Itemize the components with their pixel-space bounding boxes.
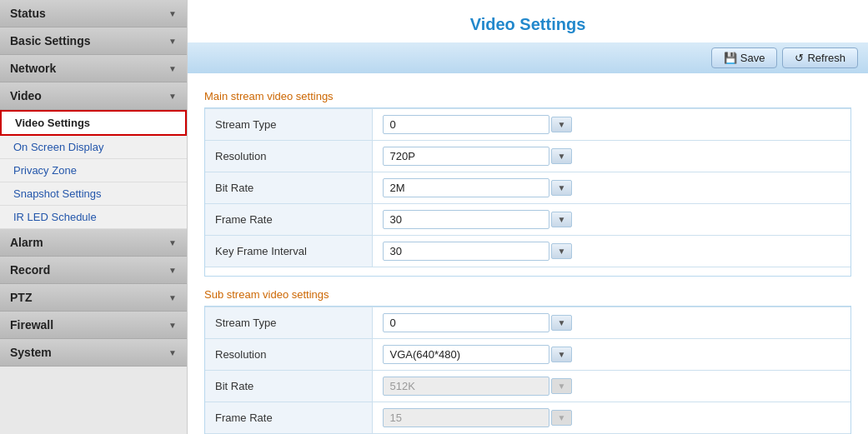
table-row: Bit Rate2M▼	[205, 172, 850, 204]
sidebar-item-video-settings[interactable]: Video Settings	[0, 110, 187, 136]
select-value[interactable]: 0	[383, 313, 549, 332]
table-row: Stream Type0▼	[205, 109, 850, 141]
field-select: 0▼	[383, 115, 841, 134]
sidebar-item-label: Network	[10, 62, 56, 75]
chevron-down-icon: ▼	[168, 64, 177, 73]
field-select: 15▼	[383, 408, 841, 427]
field-value-cell: 15▼	[372, 402, 850, 434]
sidebar-group-record: Record ▼	[0, 257, 187, 284]
sub-stream-section-title: Sub stream video settings	[204, 288, 851, 301]
sidebar: Status ▼ Basic Settings ▼ Network ▼ Vide…	[0, 0, 188, 434]
save-icon: 💾	[724, 52, 737, 64]
sidebar-item-label: Snapshot Settings	[13, 187, 102, 200]
sidebar-item-ptz[interactable]: PTZ ▼	[0, 284, 187, 312]
save-label: Save	[740, 52, 765, 64]
sidebar-item-basic-settings[interactable]: Basic Settings ▼	[0, 27, 187, 55]
field-label: Frame Rate	[205, 204, 372, 236]
chevron-down-icon: ▼	[168, 9, 177, 18]
sidebar-item-label: Firewall	[10, 318, 53, 332]
page-title: Video Settings	[188, 0, 868, 42]
sidebar-item-ir-led-schedule[interactable]: IR LED Schedule	[0, 206, 187, 229]
sidebar-group-system: System ▼	[0, 339, 187, 367]
chevron-down-icon: ▼	[168, 266, 177, 275]
table-row: Bit Rate512K▼	[205, 371, 850, 402]
sidebar-item-label: System	[10, 346, 52, 359]
field-select: 720P▼	[383, 147, 841, 166]
chevron-down-icon[interactable]: ▼	[551, 212, 573, 227]
sidebar-group-basic-settings: Basic Settings ▼	[0, 27, 187, 55]
select-value[interactable]: 30	[383, 242, 549, 261]
sidebar-item-system[interactable]: System ▼	[0, 339, 187, 367]
field-value-cell: 0▼	[372, 109, 850, 141]
sidebar-item-label: Video Settings	[15, 117, 90, 129]
main-stream-section: Stream Type0▼Resolution720P▼Bit Rate2M▼F…	[204, 107, 851, 277]
field-select: 2M▼	[383, 178, 841, 197]
sidebar-group-video: Video ▼ Video Settings On Screen Display…	[0, 82, 187, 229]
select-value[interactable]: VGA(640*480)	[383, 345, 549, 364]
sidebar-item-video[interactable]: Video ▼	[0, 82, 187, 110]
field-label: Frame Rate	[205, 402, 372, 434]
sidebar-group-status: Status ▼	[0, 0, 187, 27]
sidebar-item-snapshot-settings[interactable]: Snapshot Settings	[0, 182, 187, 206]
field-label: Bit Rate	[205, 371, 372, 402]
sidebar-item-firewall[interactable]: Firewall ▼	[0, 312, 187, 339]
sidebar-item-label: On Screen Display	[13, 141, 103, 153]
chevron-down-icon[interactable]: ▼	[551, 315, 573, 331]
chevron-down-icon[interactable]: ▼	[551, 180, 573, 196]
sidebar-item-label: Basic Settings	[10, 34, 90, 47]
chevron-down-icon[interactable]: ▼	[551, 347, 573, 362]
sidebar-item-label: PTZ	[10, 291, 32, 304]
chevron-down-icon: ▼	[168, 293, 177, 302]
field-label: Stream Type	[205, 307, 372, 339]
field-value-cell: 0▼	[372, 307, 850, 339]
save-button[interactable]: 💾 Save	[711, 47, 778, 68]
main-content: Video Settings 💾 Save ↺ Refresh Main str…	[188, 0, 868, 434]
field-label: Resolution	[205, 339, 372, 371]
field-label: Stream Type	[205, 109, 372, 141]
chevron-down-icon: ▼	[168, 321, 177, 330]
sidebar-item-label: IR LED Schedule	[13, 211, 97, 223]
field-label: Resolution	[205, 141, 372, 172]
select-value: 512K	[383, 377, 549, 396]
chevron-down-icon[interactable]: ▼	[551, 148, 573, 164]
chevron-down-icon[interactable]: ▼	[551, 243, 573, 259]
sidebar-item-on-screen-display[interactable]: On Screen Display	[0, 136, 187, 159]
table-row: Stream Type0▼	[205, 307, 850, 339]
toolbar: 💾 Save ↺ Refresh	[188, 42, 868, 73]
select-value[interactable]: 720P	[383, 147, 549, 166]
select-value[interactable]: 30	[383, 210, 549, 229]
field-value-cell: 720P▼	[372, 141, 850, 172]
chevron-down-icon: ▼	[168, 92, 177, 101]
sidebar-group-firewall: Firewall ▼	[0, 312, 187, 339]
field-select: 30▼	[383, 210, 841, 229]
content-area: Main stream video settings Stream Type0▼…	[188, 73, 868, 434]
sidebar-item-label: Record	[10, 263, 50, 277]
main-stream-section-title: Main stream video settings	[204, 90, 851, 102]
select-value[interactable]: 0	[383, 115, 549, 134]
refresh-label: Refresh	[807, 52, 845, 64]
sidebar-item-label: Video	[10, 89, 42, 102]
select-value[interactable]: 2M	[383, 178, 549, 197]
sidebar-item-status[interactable]: Status ▼	[0, 0, 187, 27]
main-stream-table: Stream Type0▼Resolution720P▼Bit Rate2M▼F…	[205, 108, 850, 267]
field-value-cell: 30▼	[372, 236, 850, 267]
refresh-button[interactable]: ↺ Refresh	[782, 47, 858, 68]
sidebar-item-alarm[interactable]: Alarm ▼	[0, 229, 187, 257]
sidebar-item-record[interactable]: Record ▼	[0, 257, 187, 284]
chevron-down-icon: ▼	[168, 348, 177, 357]
sidebar-group-ptz: PTZ ▼	[0, 284, 187, 312]
sidebar-group-network: Network ▼	[0, 55, 187, 82]
table-row: Resolution720P▼	[205, 141, 850, 172]
field-select: VGA(640*480)▼	[383, 345, 841, 364]
sidebar-item-label: Privacy Zone	[13, 164, 77, 177]
table-row: Key Frame Interval30▼	[205, 236, 850, 267]
sub-stream-section: Stream Type0▼ResolutionVGA(640*480)▼Bit …	[204, 306, 851, 434]
field-select: 0▼	[383, 313, 841, 332]
sidebar-video-subitems: Video Settings On Screen Display Privacy…	[0, 110, 187, 229]
sidebar-item-network[interactable]: Network ▼	[0, 55, 187, 82]
chevron-down-icon[interactable]: ▼	[551, 117, 573, 132]
sub-stream-table: Stream Type0▼ResolutionVGA(640*480)▼Bit …	[205, 307, 850, 434]
field-select: 512K▼	[383, 377, 841, 396]
field-value-cell: 2M▼	[372, 172, 850, 204]
sidebar-item-privacy-zone[interactable]: Privacy Zone	[0, 159, 187, 182]
